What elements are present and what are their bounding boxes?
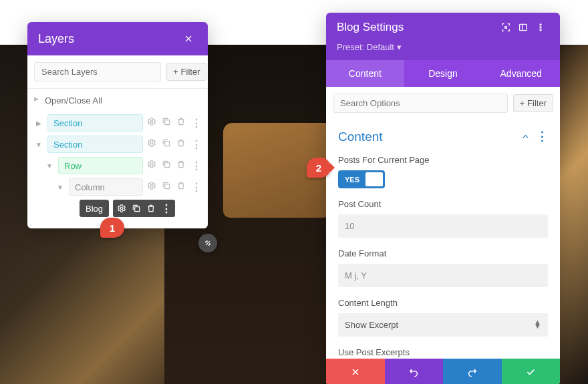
trash-icon[interactable] (176, 181, 186, 190)
gear-icon[interactable] (147, 117, 156, 126)
posts-current-toggle[interactable]: YES (338, 170, 385, 188)
duplicate-icon[interactable] (132, 204, 141, 213)
settings-body: Content ⋮ Posts For Current Page YES Pos… (326, 120, 560, 359)
plus-icon: + (173, 67, 178, 77)
layers-search-row: + Filter (27, 55, 208, 89)
more-icon[interactable]: ⋮ (191, 138, 201, 151)
filter-button[interactable]: + Filter (513, 94, 553, 112)
section-chip[interactable]: Section (47, 136, 143, 153)
tree-row-row: ▼ Row ⋮ (34, 155, 201, 176)
caret-down-icon: ▾ (397, 42, 402, 52)
caret-down-icon[interactable]: ▼ (34, 141, 43, 148)
callout-2: 2 (307, 158, 331, 178)
tabs: Content Design Advanced (326, 60, 560, 87)
duplicate-icon[interactable] (162, 138, 171, 148)
svg-point-0 (150, 120, 153, 123)
content-length-select[interactable]: Show Excerpt ▲▼ (338, 313, 548, 337)
trash-icon[interactable] (176, 138, 186, 148)
filter-button[interactable]: + Filter (166, 63, 206, 81)
updown-icon: ▲▼ (534, 320, 541, 328)
caret-down-icon[interactable]: ▼ (55, 184, 65, 191)
chevron-up-icon[interactable] (521, 132, 531, 142)
svg-rect-7 (165, 184, 170, 188)
svg-rect-3 (165, 141, 170, 146)
trash-icon[interactable] (176, 117, 186, 126)
post-count-input[interactable] (338, 214, 548, 238)
date-format-input[interactable] (338, 264, 548, 287)
toggle-knob (365, 172, 383, 186)
more-icon[interactable]: ⋮ (161, 202, 171, 215)
gear-icon[interactable] (147, 160, 156, 169)
svg-point-14 (540, 29, 541, 31)
panel-toggle-icon[interactable] (514, 19, 532, 36)
preset-label: Preset: Default (337, 42, 394, 52)
tree-row-section: ▶ Section ⋮ (34, 112, 201, 134)
tab-design[interactable]: Design (404, 60, 482, 87)
duplicate-icon[interactable] (162, 160, 171, 169)
section-content-header[interactable]: Content ⋮ (326, 120, 560, 151)
settings-title: Blog Settings (337, 21, 404, 34)
svg-point-4 (150, 163, 153, 166)
svg-point-13 (540, 27, 541, 28)
tree-row-section: ▼ Section ⋮ (34, 134, 201, 155)
section-title: Content (338, 130, 383, 144)
options-search-row: + Filter (326, 87, 560, 120)
row-actions: ⋮ (147, 160, 201, 172)
duplicate-icon[interactable] (162, 181, 171, 190)
settings-header: Blog Settings (326, 13, 560, 42)
close-icon[interactable] (180, 30, 197, 47)
caret-right-icon[interactable]: ▶ (34, 120, 43, 127)
caret-down-icon[interactable]: ▼ (45, 162, 54, 170)
gear-icon[interactable] (147, 138, 156, 148)
more-icon[interactable]: ⋮ (536, 129, 548, 144)
row-chip[interactable]: Row (58, 157, 143, 174)
section-chip[interactable]: Section (47, 114, 143, 132)
column-chip[interactable]: Column (69, 178, 143, 196)
field-label: Use Post Excerpts (338, 347, 548, 357)
gear-icon[interactable] (147, 181, 156, 190)
tree-row-column: ▼ Column ⋮ (34, 176, 201, 198)
field-use-excerpts: Use Post Excerpts (326, 343, 560, 359)
blog-chip[interactable]: Blog (80, 200, 109, 217)
focus-icon[interactable] (497, 19, 514, 36)
tab-advanced[interactable]: Advanced (482, 60, 560, 87)
field-date-format: Date Format (326, 244, 560, 294)
toggle-yes-label: YES (345, 176, 365, 184)
more-icon[interactable]: ⋮ (191, 117, 201, 130)
duplicate-icon[interactable] (162, 117, 171, 126)
row-actions: ⋮ (147, 181, 201, 194)
field-label: Posts For Current Page (338, 155, 548, 165)
cancel-button[interactable] (326, 359, 385, 384)
tree-row-blog: Blog ⋮ (34, 198, 201, 219)
plus-icon: + (520, 98, 525, 108)
trash-icon[interactable] (146, 204, 156, 213)
undo-button[interactable] (385, 359, 444, 384)
svg-point-6 (150, 184, 153, 187)
trash-icon[interactable] (176, 160, 186, 169)
tab-content[interactable]: Content (326, 60, 404, 87)
more-icon[interactable] (532, 19, 549, 36)
more-icon[interactable]: ⋮ (191, 181, 201, 194)
layer-tree: ▶ Section ⋮ ▼ Section ⋮ ▼ Row (27, 112, 208, 228)
layers-title: Layers (38, 32, 74, 46)
svg-rect-11 (520, 24, 527, 30)
expand-handle[interactable] (198, 234, 217, 252)
preset-row[interactable]: Preset: Default ▾ (326, 42, 560, 60)
search-input[interactable] (34, 62, 161, 81)
open-close-all[interactable]: ▶ Open/Close All (27, 89, 208, 112)
callout-1: 1 (100, 218, 124, 238)
row-actions: ⋮ (147, 117, 201, 130)
svg-point-12 (540, 24, 541, 25)
caret-right-icon: ▶ (34, 95, 39, 102)
more-icon[interactable]: ⋮ (191, 160, 201, 172)
field-label: Content Length (338, 298, 548, 308)
filter-label: Filter (527, 98, 547, 108)
search-options-input[interactable] (333, 93, 508, 113)
field-label: Date Format (338, 248, 548, 258)
svg-rect-1 (165, 120, 170, 124)
svg-point-2 (150, 142, 153, 144)
row-actions-active: ⋮ (113, 200, 175, 217)
gear-icon[interactable] (117, 204, 126, 213)
save-button[interactable] (502, 359, 561, 384)
redo-button[interactable] (443, 359, 502, 384)
